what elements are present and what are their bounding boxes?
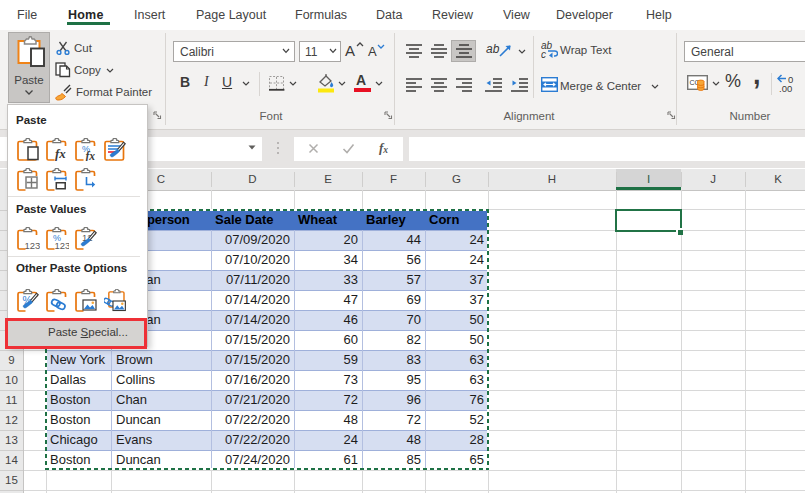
svg-text:fx: fx	[86, 150, 96, 162]
svg-text:.00: .00	[779, 83, 792, 93]
svg-text:123: 123	[25, 240, 41, 251]
svg-text:c: c	[541, 49, 546, 59]
svg-text:123: 123	[55, 240, 70, 251]
svg-text:fx: fx	[55, 146, 66, 161]
